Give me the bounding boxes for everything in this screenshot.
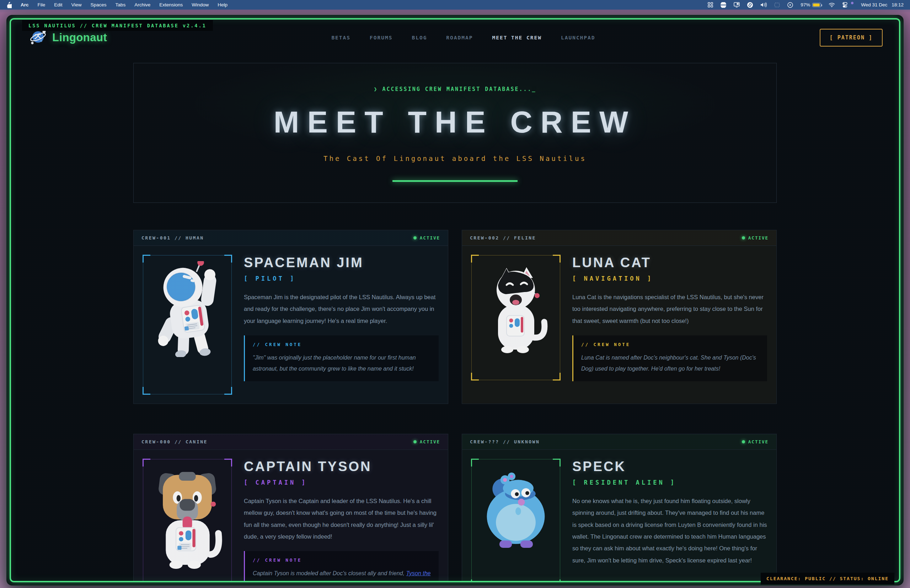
status-badge: ACTIVE — [742, 235, 769, 241]
date-label: Wed 31 Dec — [861, 2, 887, 8]
crew-note-label: // CREW NOTE — [253, 342, 431, 347]
menu-item-spaces[interactable]: Spaces — [91, 2, 107, 8]
captain-tyson-illustration — [149, 465, 226, 572]
crew-id: CREW-001 // HUMAN — [141, 235, 204, 241]
crew-note-text: Captain Tyson is modeled after Doc's clo… — [253, 568, 431, 581]
portrait-frame — [143, 459, 232, 581]
nav-launchpad[interactable]: LAUNCHPAD — [561, 35, 596, 40]
status-dot-icon — [413, 236, 417, 239]
notification-dot — [851, 2, 853, 4]
crew-note-text: Luna Cat is named after Doc's neighbour'… — [581, 352, 759, 374]
crew-name: SPACEMAN JIM — [244, 255, 439, 270]
capsule-icon[interactable] — [721, 2, 726, 8]
crew-description: Luna Cat is the navigations specialist o… — [572, 291, 767, 327]
menu-item-file[interactable]: File — [38, 2, 45, 8]
menu-item-help[interactable]: Help — [217, 2, 228, 8]
page-content: Lingonaut BETAS FORUMS BLOG ROADMAP MEET… — [11, 19, 899, 581]
play-circle-icon[interactable] — [787, 2, 793, 8]
crew-name: CAPTAIN TYSON — [244, 459, 439, 474]
wifi-icon[interactable] — [829, 3, 835, 8]
time-label: 18:12 — [892, 2, 904, 8]
portrait-frame — [471, 255, 560, 380]
crew-note-label: // CREW NOTE — [253, 557, 431, 563]
status-dot-icon — [742, 440, 745, 443]
status-badge: ACTIVE — [413, 439, 440, 444]
nav-betas[interactable]: BETAS — [331, 35, 350, 40]
menu-bar-clock[interactable]: Wed 31 Dec 18:12 — [861, 2, 904, 8]
crew-note: // CREW NOTE Captain Tyson is modeled af… — [244, 551, 439, 581]
card-header: CREW-000 // CANINE ACTIVE — [134, 434, 448, 450]
menu-item-edit[interactable]: Edit — [54, 2, 62, 8]
status-dot-icon — [413, 440, 417, 443]
portrait-frame — [143, 255, 232, 394]
crew-card-speck: CREW-??? // UNKNOWN ACTIVE — [462, 434, 777, 581]
crew-role: [ RESIDENT ALIEN ] — [572, 479, 767, 486]
card-header: CREW-001 // HUMAN ACTIVE — [134, 230, 448, 246]
crew-role: [ CAPTAIN ] — [244, 479, 439, 486]
keyboard-brightness-icon[interactable] — [774, 3, 780, 8]
menu-item-extensions[interactable]: Extensions — [159, 2, 183, 8]
crew-note: // CREW NOTE Luna Cat is named after Doc… — [572, 335, 767, 381]
page-title: MEET THE CREW — [134, 105, 776, 140]
battery-indicator[interactable]: 97% — [800, 2, 821, 8]
crew-id: CREW-??? // UNKNOWN — [470, 439, 539, 444]
speck-illustration — [479, 465, 552, 554]
menu-item-window[interactable]: Window — [192, 2, 209, 8]
card-header: CREW-??? // UNKNOWN ACTIVE — [462, 434, 776, 450]
crew-card-luna-cat: CREW-002 // FELINE ACTIVE — [462, 230, 777, 404]
apple-menu-icon[interactable] — [6, 2, 12, 8]
hero-panel: ❯ ACCESSING CREW MANIFEST DATABASE..._ M… — [133, 63, 777, 203]
hero-divider — [392, 180, 518, 182]
status-dot-icon — [742, 236, 745, 239]
display-icon[interactable] — [734, 2, 740, 8]
menu-item-view[interactable]: View — [71, 2, 82, 8]
luna-cat-illustration — [480, 261, 551, 360]
lingonaut-logo-icon — [29, 28, 47, 47]
nav-blog[interactable]: BLOG — [411, 35, 427, 40]
crew-description: Captain Tyson is the Captain and leader … — [244, 495, 439, 543]
crew-note-label: // CREW NOTE — [581, 342, 759, 347]
menu-item-tabs[interactable]: Tabs — [115, 2, 126, 8]
status-badge: ACTIVE — [413, 235, 440, 241]
blinking-cursor: _ — [532, 86, 536, 92]
nav-roadmap[interactable]: ROADMAP — [446, 35, 473, 40]
crew-note: // CREW NOTE "Jim" was originally just t… — [244, 335, 439, 381]
patreon-button[interactable]: [ PATREON ] — [820, 29, 882, 47]
menu-item-archive[interactable]: Archive — [134, 2, 151, 8]
status-badge: ACTIVE — [742, 439, 769, 444]
nav-meet-the-crew[interactable]: MEET THE CREW — [492, 35, 542, 40]
app-grid-icon[interactable] — [708, 2, 713, 8]
crew-role: [ PILOT ] — [244, 275, 439, 282]
macos-menu-bar: Arc File Edit View Spaces Tabs Archive E… — [0, 0, 910, 10]
crew-name: LUNA CAT — [572, 255, 767, 270]
page-subtitle: The Cast Of Lingonaut aboard the LSS Nau… — [134, 155, 776, 162]
brand-name: Lingonaut — [52, 31, 107, 44]
shazam-icon[interactable] — [747, 2, 753, 8]
crew-role: [ NAVIGATION ] — [572, 275, 767, 282]
browser-window: LSS NAUTILUS // CREW MANIFEST DATABASE v… — [6, 15, 904, 585]
crew-card-spaceman-jim: CREW-001 // HUMAN ACTIVE — [133, 230, 448, 404]
volume-icon[interactable] — [760, 2, 767, 8]
brand[interactable]: Lingonaut — [29, 28, 107, 47]
clearance-status-bar: CLEARANCE: PUBLIC // STATUS: ONLINE — [761, 573, 894, 585]
main-nav: BETAS FORUMS BLOG ROADMAP MEET THE CREW … — [331, 35, 595, 40]
crew-id: CREW-000 // CANINE — [141, 439, 207, 444]
window-title-label: LSS NAUTILUS // CREW MANIFEST DATABASE v… — [22, 20, 213, 31]
control-center-icon[interactable] — [842, 2, 848, 8]
crew-card-captain-tyson: CREW-000 // CANINE ACTIVE — [133, 434, 448, 581]
battery-percent-label: 97% — [800, 2, 810, 8]
portrait-frame — [471, 459, 560, 581]
spaceman-jim-illustration — [150, 261, 225, 357]
crew-description: No one knows what he is, they just found… — [572, 495, 767, 566]
crew-note-text: "Jim" was originally just the placeholde… — [253, 352, 431, 374]
terminal-access-line: ❯ ACCESSING CREW MANIFEST DATABASE..._ — [134, 86, 776, 92]
crew-id: CREW-002 // FELINE — [470, 235, 536, 241]
crew-name: SPECK — [572, 459, 767, 474]
crew-description: Spaceman Jim is the designated pilot of … — [244, 291, 439, 327]
crew-grid: CREW-001 // HUMAN ACTIVE — [133, 230, 777, 581]
battery-icon — [812, 3, 821, 7]
nav-forums[interactable]: FORUMS — [370, 35, 392, 40]
card-header: CREW-002 // FELINE ACTIVE — [462, 230, 776, 246]
menu-item-arc[interactable]: Arc — [21, 2, 29, 8]
